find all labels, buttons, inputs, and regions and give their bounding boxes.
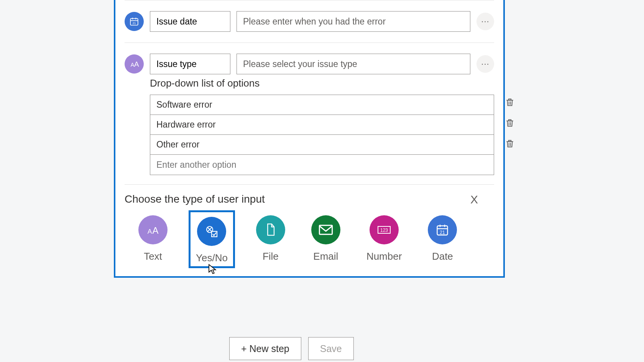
dropdown-options-section: Drop-down list of options [115, 77, 503, 184]
calendar-icon: 21 [428, 215, 457, 244]
svg-text:A: A [148, 228, 152, 235]
footer-actions: + New step Save [229, 337, 354, 360]
input-type-file[interactable]: File [253, 212, 288, 265]
svg-text:21: 21 [440, 230, 445, 235]
file-icon [256, 215, 285, 244]
save-button[interactable]: Save [308, 337, 354, 360]
svg-rect-19 [319, 225, 332, 234]
input-type-email[interactable]: Email [308, 212, 343, 265]
input-type-label: Number [366, 251, 402, 262]
more-options-button[interactable]: ··· [476, 13, 494, 30]
input-field-row: 21 ··· [115, 0, 503, 43]
calendar-icon: 21 [125, 12, 144, 31]
close-button[interactable]: X [470, 193, 478, 206]
number-icon: 123 [370, 215, 399, 244]
choose-input-type-section: Choose the type of user input X A A Text [115, 185, 503, 276]
email-icon [311, 215, 340, 244]
input-type-label: Yes/No [196, 252, 228, 264]
svg-rect-18 [212, 231, 217, 237]
svg-text:21: 21 [133, 21, 136, 25]
ellipsis-icon: ··· [481, 59, 489, 69]
input-type-list: A A Text Yes/No [125, 205, 494, 268]
dropdown-add-option-input[interactable] [150, 155, 494, 175]
yesno-icon [197, 217, 226, 246]
dropdown-option-input[interactable] [150, 115, 494, 135]
delete-option-button[interactable] [505, 118, 515, 128]
dropdown-options-box [150, 95, 494, 175]
input-type-number[interactable]: 123 Number [363, 212, 405, 265]
input-type-date[interactable]: 21 Date [425, 212, 460, 265]
new-step-button[interactable]: + New step [229, 337, 301, 360]
input-field-row: A A ··· [115, 43, 503, 79]
delete-option-button[interactable] [505, 138, 515, 149]
field-placeholder-input[interactable] [237, 11, 470, 32]
dropdown-options-title: Drop-down list of options [150, 77, 494, 89]
input-type-label: File [263, 251, 279, 262]
dropdown-option-input[interactable] [150, 95, 494, 115]
trash-icon [505, 138, 515, 149]
input-type-label: Text [144, 251, 162, 262]
text-icon: A A [125, 54, 144, 74]
input-type-text[interactable]: A A Text [135, 212, 171, 265]
svg-text:123: 123 [380, 228, 388, 233]
trash-icon [505, 118, 515, 128]
input-type-yesno[interactable]: Yes/No [191, 212, 233, 266]
trash-icon [505, 97, 515, 108]
delete-option-button[interactable] [505, 97, 515, 108]
input-type-label: Date [432, 251, 453, 262]
field-name-input[interactable] [150, 11, 230, 32]
input-type-label: Email [313, 251, 338, 262]
ellipsis-icon: ··· [481, 16, 489, 26]
choose-input-type-title: Choose the type of user input [125, 193, 494, 205]
svg-text:A: A [152, 225, 158, 236]
text-icon: A A [138, 215, 168, 244]
dropdown-option-input[interactable] [150, 135, 494, 155]
svg-text:A: A [134, 60, 139, 68]
more-options-button[interactable]: ··· [476, 55, 494, 73]
flow-trigger-card: 21 ··· A A ··· Drop-down list of options [114, 0, 505, 278]
field-name-input[interactable] [150, 54, 230, 74]
field-placeholder-input[interactable] [237, 54, 470, 74]
